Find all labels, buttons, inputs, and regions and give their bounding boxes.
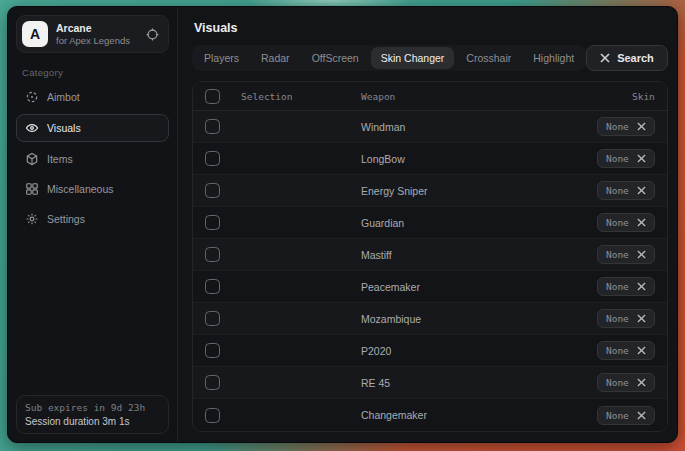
tab-offscreen[interactable]: OffScreen — [302, 47, 369, 69]
skin-value: None — [606, 217, 629, 228]
sidebar-item-aimbot[interactable]: Aimbot — [16, 84, 169, 110]
toolbar: PlayersRadarOffScreenSkin ChangerCrossha… — [192, 45, 668, 71]
table-row: Energy Sniper None — [193, 175, 667, 207]
table-row: Mastiff None — [193, 239, 667, 271]
sidebar-item-label: Items — [47, 153, 73, 165]
tab-highlight[interactable]: Highlight — [523, 47, 584, 69]
clear-skin-icon[interactable] — [637, 186, 646, 195]
eye-icon — [25, 121, 39, 135]
table-row: Changemaker None — [193, 399, 667, 431]
column-header-selection: Selection — [241, 91, 361, 102]
gear-icon — [25, 212, 39, 226]
clear-skin-icon[interactable] — [637, 314, 646, 323]
skin-value: None — [606, 121, 629, 132]
sidebar-item-settings[interactable]: Settings — [16, 206, 169, 232]
row-checkbox[interactable] — [205, 119, 220, 134]
sidebar-item-label: Settings — [47, 213, 85, 225]
sub-expires-text: Sub expires in 9d 23h — [25, 402, 160, 413]
weapon-name: Guardian — [361, 217, 575, 229]
sidebar-item-miscellaneous[interactable]: Miscellaneous — [16, 176, 169, 202]
skin-badge[interactable]: None — [597, 245, 655, 264]
clear-skin-icon[interactable] — [637, 218, 646, 227]
clear-skin-icon[interactable] — [637, 250, 646, 259]
app-logo: A — [22, 21, 48, 47]
clear-skin-icon[interactable] — [637, 346, 646, 355]
cube-icon — [25, 152, 39, 166]
app-subtitle: for Apex Legends — [56, 35, 137, 47]
skin-table: Selection Weapon Skin Windman None LongB… — [192, 81, 668, 432]
row-checkbox[interactable] — [205, 279, 220, 294]
row-checkbox[interactable] — [205, 375, 220, 390]
table-row: Peacemaker None — [193, 271, 667, 303]
search-button[interactable]: Search — [586, 45, 668, 71]
table-row: RE 45 None — [193, 367, 667, 399]
skin-value: None — [606, 249, 629, 260]
session-duration-text: Session duration 3m 1s — [25, 416, 160, 427]
clear-skin-icon[interactable] — [637, 122, 646, 131]
row-checkbox[interactable] — [205, 183, 220, 198]
row-checkbox[interactable] — [205, 408, 220, 423]
skin-badge[interactable]: None — [597, 213, 655, 232]
tab-players[interactable]: Players — [194, 47, 249, 69]
skin-value: None — [606, 377, 629, 388]
tab-radar[interactable]: Radar — [251, 47, 300, 69]
row-checkbox[interactable] — [205, 247, 220, 262]
brand-card: A Arcane for Apex Legends — [16, 15, 169, 53]
sidebar-item-label: Visuals — [47, 122, 81, 134]
column-header-skin: Skin — [575, 91, 655, 102]
weapon-name: Peacemaker — [361, 281, 575, 293]
sidebar-item-visuals[interactable]: Visuals — [16, 114, 169, 142]
sidebar-item-label: Aimbot — [47, 91, 80, 103]
tab-crosshair[interactable]: Crosshair — [456, 47, 521, 69]
search-button-label: Search — [617, 52, 654, 64]
skin-badge[interactable]: None — [597, 149, 655, 168]
crosshair-icon — [25, 90, 39, 104]
table-row: Mozambique None — [193, 303, 667, 335]
row-checkbox[interactable] — [205, 343, 220, 358]
row-checkbox[interactable] — [205, 151, 220, 166]
table-row: LongBow None — [193, 143, 667, 175]
skin-value: None — [606, 281, 629, 292]
table-row: P2020 None — [193, 335, 667, 367]
category-label: Category — [22, 67, 169, 78]
sidebar-nav: Aimbot Visuals Items Miscellaneous Setti… — [16, 84, 169, 232]
clear-skin-icon[interactable] — [637, 411, 646, 420]
weapon-name: Mozambique — [361, 313, 575, 325]
weapon-name: Windman — [361, 121, 575, 133]
page-title: Visuals — [194, 21, 668, 35]
clear-skin-icon[interactable] — [637, 282, 646, 291]
skin-value: None — [606, 410, 629, 421]
table-row: Windman None — [193, 111, 667, 143]
x-icon — [600, 53, 610, 63]
skin-value: None — [606, 345, 629, 356]
table-row: Guardian None — [193, 207, 667, 239]
row-checkbox[interactable] — [205, 215, 220, 230]
weapon-name: RE 45 — [361, 377, 575, 389]
table-header-row: Selection Weapon Skin — [193, 82, 667, 111]
tab-bar: PlayersRadarOffScreenSkin ChangerCrossha… — [192, 45, 586, 71]
sidebar-item-label: Miscellaneous — [47, 183, 114, 195]
skin-value: None — [606, 153, 629, 164]
clear-skin-icon[interactable] — [637, 154, 646, 163]
skin-badge[interactable]: None — [597, 309, 655, 328]
weapon-name: Mastiff — [361, 249, 575, 261]
weapon-name: Changemaker — [361, 409, 575, 421]
app-window: A Arcane for Apex Legends Category Aimbo… — [7, 6, 678, 443]
clear-skin-icon[interactable] — [637, 378, 646, 387]
skin-badge[interactable]: None — [597, 373, 655, 392]
weapon-name: LongBow — [361, 153, 575, 165]
skin-badge[interactable]: None — [597, 277, 655, 296]
subscription-info-box: Sub expires in 9d 23h Session duration 3… — [16, 395, 169, 434]
select-all-checkbox[interactable] — [205, 89, 220, 104]
weapon-name: Energy Sniper — [361, 185, 575, 197]
skin-badge[interactable]: None — [597, 117, 655, 136]
skin-badge[interactable]: None — [597, 341, 655, 360]
weapon-name: P2020 — [361, 345, 575, 357]
sidebar-item-items[interactable]: Items — [16, 146, 169, 172]
skin-badge[interactable]: None — [597, 406, 655, 425]
app-name: Arcane — [56, 22, 137, 35]
skin-badge[interactable]: None — [597, 181, 655, 200]
row-checkbox[interactable] — [205, 311, 220, 326]
tab-skin-changer[interactable]: Skin Changer — [371, 47, 455, 69]
target-icon[interactable] — [145, 27, 160, 42]
